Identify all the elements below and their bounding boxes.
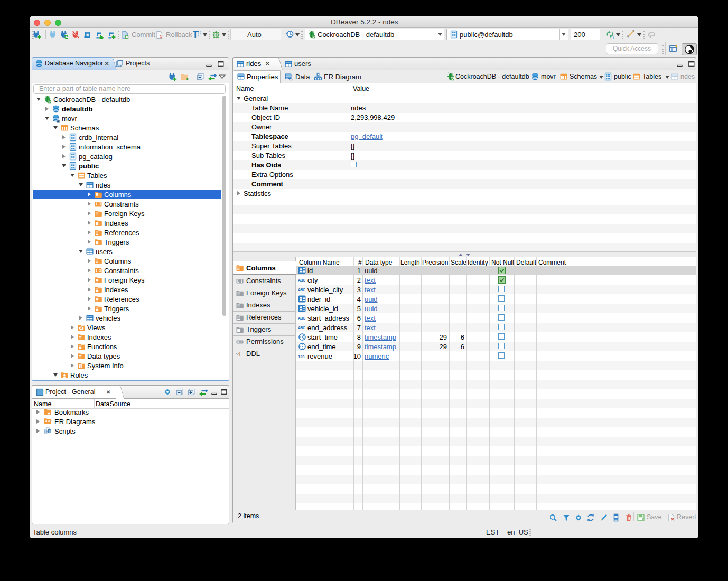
svg-text:(-): (-): [611, 35, 614, 39]
svg-text:i: i: [80, 364, 81, 368]
svg-text:ABC: ABC: [298, 326, 305, 330]
svg-text:ABC: ABC: [298, 316, 305, 320]
svg-text:123: 123: [298, 354, 305, 359]
svg-text:ABC: ABC: [298, 288, 305, 292]
svg-text:<>: <>: [289, 78, 293, 81]
svg-text:ABC: ABC: [298, 278, 305, 282]
svg-text:T: T: [238, 351, 241, 357]
